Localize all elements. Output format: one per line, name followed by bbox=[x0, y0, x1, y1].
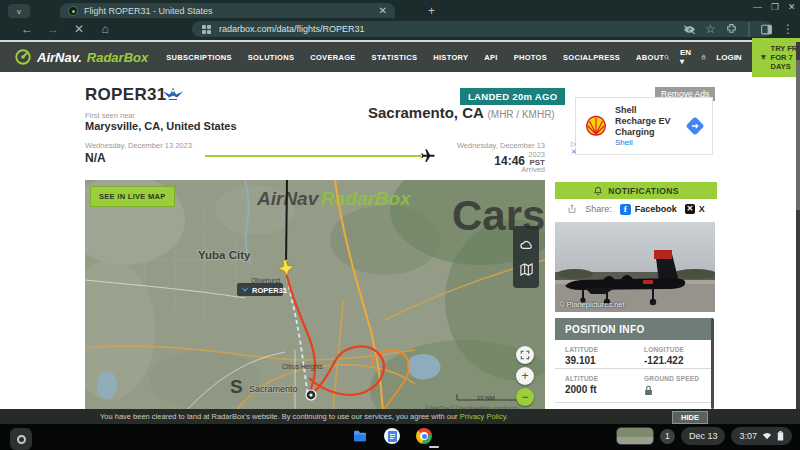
tab-close-icon[interactable]: ✕ bbox=[379, 6, 387, 16]
x-icon: ✕ bbox=[685, 204, 695, 214]
extensions-icon[interactable] bbox=[725, 23, 738, 36]
map-layers-icon[interactable] bbox=[519, 262, 534, 277]
bookmark-star-icon[interactable]: ☆ bbox=[705, 22, 716, 36]
nav-item-solutions[interactable]: SOLUTIONS bbox=[248, 53, 294, 62]
watermark-radarbox: RadarBox bbox=[321, 188, 412, 209]
menu-dots-icon[interactable]: ⋮ bbox=[782, 22, 794, 36]
hide-button[interactable]: HIDE bbox=[672, 411, 708, 424]
side-panel-icon[interactable] bbox=[760, 23, 773, 36]
tab-favicon bbox=[68, 6, 78, 16]
destination-codes[interactable]: (MHR / KMHR) bbox=[487, 109, 554, 120]
search-icon[interactable] bbox=[664, 52, 670, 63]
weather-icon[interactable] bbox=[519, 237, 534, 252]
window-minimize-button[interactable]: — bbox=[753, 2, 762, 12]
flight-label-text: ROPER31 bbox=[252, 286, 287, 295]
aircraft-photo-image bbox=[555, 222, 715, 312]
first-seen-label: First seen near bbox=[85, 111, 135, 120]
date-pill[interactable]: Dec 13 bbox=[681, 427, 726, 445]
position-latitude: LATITUDE 39.101 bbox=[555, 340, 634, 366]
ad-card[interactable]: Shell Recharge EV Charging Shell bbox=[575, 97, 713, 155]
lock-icon bbox=[701, 52, 706, 62]
origin-city: Marysville, CA, United States bbox=[85, 120, 237, 132]
map-zoom-in-button[interactable]: + bbox=[516, 367, 534, 385]
share-x-button[interactable]: ✕ X bbox=[685, 204, 705, 214]
ad-directions-icon[interactable] bbox=[686, 117, 704, 135]
launcher-icon bbox=[17, 435, 26, 444]
aircraft-photo[interactable]: © Planepictures.net bbox=[555, 222, 715, 312]
flight-label[interactable]: ROPER31 bbox=[237, 283, 287, 296]
nav-item-subscriptions[interactable]: SUBSCRIPTIONS bbox=[166, 53, 232, 62]
destination: Sacramento, CA (MHR / KMHR) bbox=[368, 104, 555, 121]
try-free-button[interactable]: TRY FREE FOR 7 DAYS bbox=[752, 38, 800, 77]
usaf-logo-icon bbox=[162, 86, 184, 102]
position-ground-speed: GROUND SPEED bbox=[634, 369, 713, 400]
wifi-icon bbox=[762, 432, 772, 440]
nav-menu: SUBSCRIPTIONS SOLUTIONS COVERAGE STATIST… bbox=[166, 53, 664, 62]
status-tray[interactable]: 3:07 bbox=[731, 427, 792, 445]
window-restore-button[interactable]: ❐ bbox=[771, 2, 779, 12]
flight-callsign: ROPER31 bbox=[85, 85, 166, 105]
files-app-icon[interactable] bbox=[352, 428, 368, 444]
see-in-live-map-button[interactable]: SEE IN LIVE MAP bbox=[90, 186, 175, 207]
screen: v Flight ROPER31 - United States ✕ + — ❐… bbox=[0, 0, 800, 450]
window-close-button[interactable]: ✕ bbox=[788, 2, 796, 12]
nav-item-about[interactable]: ABOUT bbox=[636, 53, 664, 62]
back-icon[interactable]: ← bbox=[14, 22, 40, 36]
launcher-button[interactable] bbox=[10, 428, 32, 450]
notifications-button[interactable]: NOTIFICATIONS bbox=[555, 182, 717, 199]
nav-item-api[interactable]: API bbox=[484, 53, 497, 62]
locked-value-icon bbox=[644, 385, 653, 396]
site-info-icon[interactable] bbox=[202, 25, 211, 34]
nav-item-history[interactable]: HISTORY bbox=[433, 53, 468, 62]
tab-search-button[interactable]: v bbox=[8, 4, 30, 18]
notification-counter[interactable]: 1 bbox=[660, 429, 675, 444]
radarbox-logo[interactable]: AirNav.RadarBox bbox=[14, 48, 148, 66]
trophy-icon bbox=[761, 52, 766, 62]
ad-brand: Shell bbox=[615, 138, 679, 147]
arrival-status: Arrived bbox=[440, 165, 545, 174]
status-badge: LANDED 20m AGO bbox=[460, 88, 565, 105]
site-navbar: AirNav.RadarBox SUBSCRIPTIONS SOLUTIONS … bbox=[0, 42, 800, 72]
share-facebook-button[interactable]: f Facebook bbox=[620, 204, 677, 215]
map-fullscreen-button[interactable] bbox=[516, 346, 534, 364]
adchoices-icon[interactable]: ▷ ✕ bbox=[571, 140, 577, 156]
facebook-icon: f bbox=[620, 204, 631, 215]
flight-progress-line bbox=[205, 155, 421, 157]
brand-airnav: AirNav. bbox=[37, 50, 82, 65]
flight-map[interactable]: Cars AirNav RadarBox bbox=[85, 180, 545, 412]
ad-close-icon[interactable]: ✕ bbox=[571, 148, 577, 156]
notifications-label: NOTIFICATIONS bbox=[608, 186, 679, 196]
eye-off-icon[interactable] bbox=[683, 23, 696, 36]
nav-item-coverage[interactable]: COVERAGE bbox=[310, 53, 355, 62]
share-external-icon bbox=[567, 204, 577, 214]
active-app-indicator bbox=[429, 446, 439, 448]
stop-icon[interactable]: ✕ bbox=[66, 22, 92, 36]
position-info-panel: LATITUDE 39.101 LONGITUDE -121.422 ALTIT… bbox=[555, 340, 713, 409]
nav-item-socialpress[interactable]: SOCIALPRESS bbox=[563, 53, 620, 62]
new-tab-button[interactable]: + bbox=[428, 4, 435, 18]
docs-app-icon[interactable] bbox=[384, 428, 400, 444]
radar-icon bbox=[14, 48, 32, 66]
browser-tab[interactable]: Flight ROPER31 - United States ✕ bbox=[60, 3, 395, 18]
plane-progress-icon bbox=[420, 148, 436, 164]
screenshot-preview[interactable] bbox=[616, 427, 654, 445]
cookie-text: You have been cleared to land at RadarBo… bbox=[100, 412, 460, 421]
panel-scrollbar[interactable] bbox=[711, 318, 714, 409]
privacy-policy-link[interactable]: Privacy Policy. bbox=[460, 412, 508, 421]
map-label-s-big: S bbox=[230, 376, 243, 397]
position-info-header: POSITION INFO bbox=[555, 318, 713, 340]
home-icon[interactable]: ⌂ bbox=[92, 22, 118, 36]
battery-icon bbox=[777, 431, 784, 441]
map-zoom-out-button[interactable]: − bbox=[516, 388, 534, 406]
chrome-app-icon[interactable] bbox=[416, 428, 432, 444]
nav-item-statistics[interactable]: STATISTICS bbox=[372, 53, 418, 62]
forward-icon[interactable]: → bbox=[40, 22, 66, 36]
nav-item-photos[interactable]: PHOTOS bbox=[514, 53, 547, 62]
login-button[interactable]: LOGIN bbox=[716, 53, 741, 62]
language-selector[interactable]: EN ▾ bbox=[680, 48, 691, 66]
flight-trail-black bbox=[286, 180, 287, 266]
share-row: Share: f Facebook ✕ X bbox=[555, 201, 717, 217]
position-longitude: LONGITUDE -121.422 bbox=[634, 340, 713, 366]
map-label-olivehurst: Olivehurst bbox=[251, 277, 280, 284]
page-scrollbar-thumb[interactable] bbox=[796, 60, 800, 210]
